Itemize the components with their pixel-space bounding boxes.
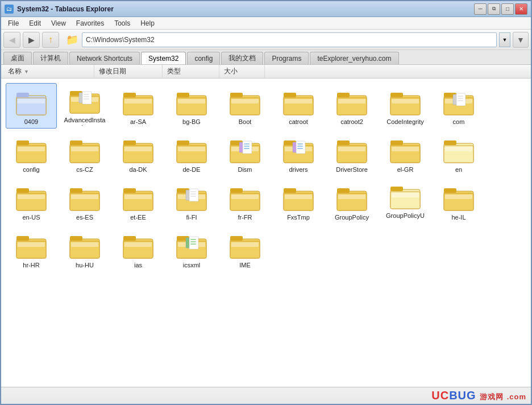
folder-icon [68, 86, 102, 115]
folder-item[interactable]: es-ES [59, 179, 110, 224]
folder-item[interactable]: CodeIntegrity [380, 83, 431, 129]
svg-rect-79 [297, 148, 303, 149]
folder-icon [68, 231, 102, 261]
svg-rect-116 [231, 195, 259, 199]
folder-item[interactable]: ar-SA [113, 83, 164, 129]
folder-icon [442, 183, 476, 213]
folder-item[interactable]: catroot [273, 83, 324, 129]
folder-item[interactable]: fr-FR [219, 179, 271, 224]
svg-rect-18 [177, 93, 189, 97]
filter-button[interactable]: ▼ [513, 32, 529, 48]
svg-rect-36 [392, 99, 419, 104]
tab-2[interactable]: Network Shortcuts [69, 52, 140, 64]
tab-6[interactable]: Programs [264, 52, 309, 64]
menu-item-view[interactable]: View [47, 18, 70, 28]
folder-item[interactable]: cs-CZ [59, 131, 110, 176]
folder-item[interactable]: et-EE [113, 179, 164, 224]
sort-arrow: ▼ [24, 69, 29, 75]
restore-button[interactable]: ⧉ [488, 3, 500, 15]
svg-rect-151 [190, 239, 196, 240]
address-dropdown[interactable]: ▼ [499, 32, 510, 47]
folder-icon [121, 231, 155, 261]
folder-item[interactable]: en [433, 131, 484, 176]
folder-item[interactable]: catroot2 [326, 83, 377, 129]
menu-item-help[interactable]: Help [136, 18, 159, 28]
folder-icon [14, 135, 48, 165]
folder-item[interactable]: Dism [219, 131, 271, 176]
minimize-button[interactable]: ─ [474, 3, 487, 15]
svg-rect-93 [16, 188, 29, 193]
folder-item[interactable]: 0409 [6, 83, 57, 129]
tab-5[interactable]: 我的文档 [221, 52, 263, 64]
content-area[interactable]: 0409AdvancedInstal...ar-SAbg-BGBootcatro… [1, 78, 531, 387]
folder-item[interactable]: da-DK [113, 131, 164, 176]
back-button[interactable]: ◀ [3, 32, 20, 48]
folder-label: fi-FI [186, 214, 197, 221]
folder-item[interactable]: ias [113, 226, 164, 272]
tab-0[interactable]: 桌面 [3, 52, 32, 64]
folder-icon [388, 135, 422, 165]
svg-rect-101 [123, 188, 136, 193]
folder-item[interactable]: Boot [219, 83, 271, 129]
tab-1[interactable]: 计算机 [33, 52, 68, 64]
folder-item[interactable]: com [433, 83, 484, 129]
folder-icon [68, 183, 102, 213]
folder-label: en-US [22, 214, 40, 221]
menu-item-file[interactable]: File [3, 18, 23, 28]
up-button[interactable]: ↑ [42, 32, 59, 48]
svg-rect-140 [71, 242, 98, 247]
folder-icon [228, 88, 262, 117]
folder-item[interactable]: fi-FI [166, 179, 217, 224]
folder-label: catroot2 [340, 118, 363, 126]
svg-rect-34 [390, 93, 403, 97]
address-bar[interactable]: C:\Windows\System32 [82, 32, 497, 47]
folder-item[interactable]: hr-HR [6, 226, 57, 272]
forward-button[interactable]: ▶ [23, 32, 40, 48]
svg-rect-78 [297, 146, 303, 147]
tab-3[interactable]: System32 [141, 52, 186, 64]
window-title: System32 - Tablacus Explorer [17, 5, 114, 13]
folder-item[interactable]: FxsTmp [273, 179, 324, 224]
folder-item[interactable]: IME [219, 226, 271, 272]
col-type[interactable]: 类型 [163, 65, 219, 78]
folder-item[interactable]: de-DE [166, 131, 217, 176]
folder-item[interactable]: GroupPolicy [326, 179, 377, 224]
folder-item[interactable]: icsxml [166, 226, 217, 272]
folder-item[interactable]: AdvancedInstal... [59, 83, 110, 129]
svg-rect-12 [84, 98, 89, 100]
col-name[interactable]: 名称 ▼ [3, 65, 94, 78]
svg-rect-157 [231, 242, 259, 247]
folder-label: GroupPolicyUs... [383, 212, 428, 221]
col-date[interactable]: 修改日期 [94, 65, 163, 78]
tab-4[interactable]: config [187, 52, 220, 64]
svg-rect-144 [124, 242, 152, 247]
svg-rect-111 [190, 193, 196, 195]
maximize-button[interactable]: □ [501, 3, 514, 15]
svg-rect-109 [189, 189, 198, 201]
folder-item[interactable]: el-GR [380, 131, 431, 176]
menu-item-favorites[interactable]: Favorites [72, 18, 109, 28]
folder-label: IME [239, 262, 251, 269]
folder-item[interactable]: en-US [6, 179, 57, 224]
folder-item[interactable]: bg-BG [166, 83, 217, 129]
folder-item[interactable]: config [6, 131, 57, 176]
menu-item-tools[interactable]: Tools [110, 18, 135, 28]
folder-item[interactable]: drivers [273, 131, 324, 176]
svg-rect-16 [124, 99, 152, 104]
folder-item[interactable]: he-IL [433, 179, 484, 224]
menu-item-edit[interactable]: Edit [24, 18, 45, 28]
folder-icon [174, 183, 209, 213]
col-size[interactable]: 大小 [219, 65, 265, 78]
folder-item[interactable]: GroupPolicyUs... [380, 179, 431, 224]
folder-item[interactable]: DriverStore [326, 131, 377, 176]
folder-icon [14, 88, 48, 117]
folder-icon [228, 135, 262, 165]
tab-7[interactable]: teExplorer_veryhuo.com [310, 52, 398, 64]
folder-label: hu-HU [76, 262, 94, 269]
folder-item[interactable]: hu-HU [59, 226, 110, 272]
close-button[interactable]: ✕ [515, 3, 527, 15]
svg-rect-134 [16, 236, 29, 241]
folder-icon [228, 231, 262, 261]
svg-rect-49 [18, 147, 45, 151]
svg-rect-67 [243, 141, 252, 154]
